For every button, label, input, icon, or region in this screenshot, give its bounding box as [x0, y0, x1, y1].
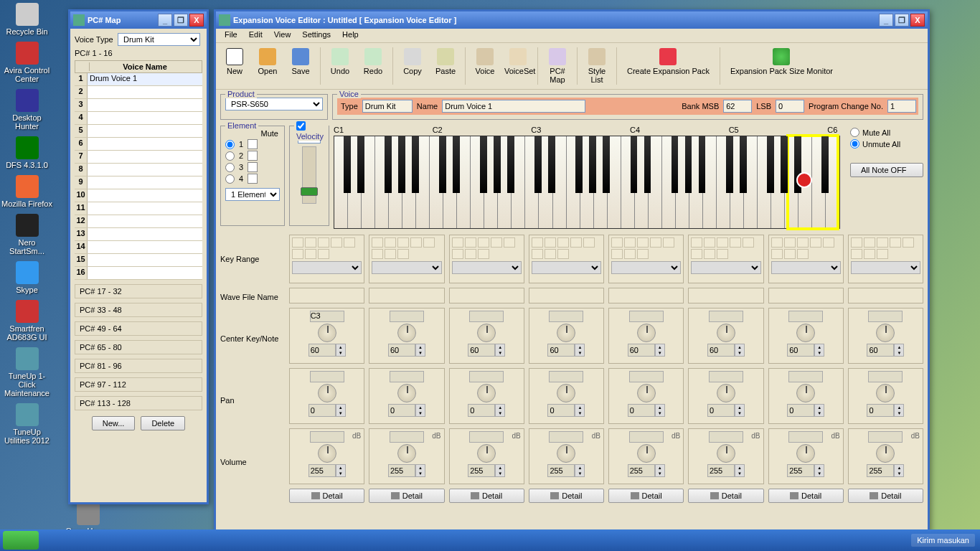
volume-value[interactable]	[549, 431, 583, 443]
kr-cell[interactable]	[545, 237, 556, 248]
pan-knob[interactable]	[318, 384, 336, 402]
element-radio[interactable]	[225, 163, 235, 172]
kr-cell[interactable]	[864, 237, 875, 248]
pc-row[interactable]: 10	[75, 189, 202, 202]
pan-value[interactable]	[310, 371, 344, 382]
spinner-arrows[interactable]: ▲▼	[495, 344, 505, 357]
volume-knob[interactable]	[876, 444, 895, 463]
toolbar-pcm[interactable]: PC# Map	[542, 46, 573, 86]
velocity-checkbox[interactable]	[296, 121, 306, 131]
desktop-icon[interactable]: TuneUp Utilities 2012	[0, 400, 54, 448]
mute-checkbox[interactable]	[248, 162, 258, 172]
pc-row[interactable]: 13	[75, 228, 202, 241]
maximize-button[interactable]: ❐	[174, 14, 188, 27]
kr-cell[interactable]	[465, 237, 476, 248]
black-key[interactable]	[480, 136, 487, 193]
black-key[interactable]	[357, 136, 364, 193]
kr-cell[interactable]	[851, 249, 862, 259]
pan-value[interactable]	[629, 371, 664, 382]
detail-button[interactable]: Detail	[529, 489, 604, 503]
kr-cell[interactable]	[704, 237, 715, 248]
mute-checkbox[interactable]	[248, 151, 258, 161]
spinner-arrows[interactable]: ▲▼	[814, 344, 824, 357]
wave-file-box[interactable]	[289, 288, 364, 303]
spinner-arrows[interactable]: ▲▼	[894, 404, 904, 417]
pc-row[interactable]: 7	[75, 151, 202, 164]
pc-row[interactable]: 2	[75, 86, 202, 99]
kr-cell[interactable]	[784, 249, 796, 259]
detail-button[interactable]: Detail	[369, 489, 444, 503]
volume-value[interactable]	[390, 431, 424, 443]
kr-cell[interactable]	[478, 249, 489, 259]
pc-group[interactable]: PC# 81 - 96	[75, 359, 202, 373]
editor-titlebar[interactable]: Expansion Voice Editor : Untitled [ Expa…	[216, 11, 928, 29]
desktop-icon[interactable]: Smartfren AD683G UI	[0, 297, 54, 344]
element-radio[interactable]	[225, 174, 235, 184]
kr-cell[interactable]	[465, 249, 476, 259]
element-select[interactable]: 1 Element	[225, 188, 280, 201]
pc-row[interactable]: 14	[75, 241, 202, 254]
start-button[interactable]	[3, 531, 39, 550]
toolbar-save[interactable]: Save	[285, 46, 316, 86]
center-key-value[interactable]: C3	[310, 311, 344, 322]
minimize-button[interactable]: _	[158, 14, 172, 27]
black-key[interactable]	[767, 136, 774, 193]
desktop-icon[interactable]: Mozilla Firefox	[0, 172, 54, 211]
key-range-select[interactable]	[532, 261, 601, 274]
center-key-spin[interactable]	[388, 344, 415, 357]
wave-file-box[interactable]	[608, 288, 684, 303]
volume-value[interactable]	[469, 431, 504, 443]
key-range-select[interactable]	[372, 261, 441, 274]
spinner-arrows[interactable]: ▲▼	[575, 464, 585, 477]
pan-spin[interactable]	[787, 404, 814, 417]
all-note-off-button[interactable]: All Note OFF	[850, 163, 923, 177]
toolbar-sl[interactable]: Style List	[581, 46, 613, 86]
desktop-icon[interactable]: Desktop Hunter	[0, 86, 54, 133]
kr-cell[interactable]	[637, 249, 649, 259]
toolbar-open[interactable]: Open	[252, 46, 283, 86]
volume-value[interactable]	[629, 431, 664, 443]
volume-knob[interactable]	[717, 444, 735, 463]
center-key-knob[interactable]	[397, 324, 416, 342]
center-key-value[interactable]	[469, 311, 504, 322]
pan-value[interactable]	[469, 371, 504, 382]
stop-icon[interactable]	[796, 172, 812, 188]
desktop-icon[interactable]: Nero StartSm...	[0, 211, 54, 258]
volume-spin[interactable]	[707, 464, 735, 477]
kr-cell[interactable]	[397, 249, 409, 259]
mute-checkbox[interactable]	[248, 174, 258, 184]
center-key-knob[interactable]	[637, 324, 656, 342]
kr-cell[interactable]	[570, 237, 582, 248]
spinner-arrows[interactable]: ▲▼	[336, 404, 346, 417]
detail-button[interactable]: Detail	[848, 489, 923, 503]
key-range-select[interactable]	[851, 261, 920, 274]
kr-cell[interactable]	[851, 237, 862, 248]
pan-spin[interactable]	[388, 404, 415, 417]
detail-button[interactable]: Detail	[449, 489, 524, 503]
type-input[interactable]	[362, 100, 413, 113]
center-key-value[interactable]	[709, 311, 743, 322]
volume-value[interactable]	[709, 431, 743, 443]
spinner-arrows[interactable]: ▲▼	[415, 344, 425, 357]
pc-row[interactable]: 15	[75, 254, 202, 267]
volume-spin[interactable]	[547, 464, 575, 477]
pan-spin[interactable]	[468, 404, 495, 417]
kr-cell[interactable]	[397, 237, 409, 248]
kr-cell[interactable]	[372, 237, 383, 248]
volume-spin[interactable]	[388, 464, 415, 477]
spinner-arrows[interactable]: ▲▼	[495, 464, 505, 477]
toolbar-redo[interactable]: Redo	[357, 46, 389, 86]
spinner-arrows[interactable]: ▲▼	[655, 464, 665, 477]
pcmap-titlebar[interactable]: PC# Map _ ❐ X	[70, 11, 207, 29]
pc-row[interactable]: 11	[75, 202, 202, 215]
pc-row[interactable]: 16	[75, 267, 202, 280]
volume-value[interactable]	[788, 431, 823, 443]
black-key[interactable]	[603, 136, 610, 193]
kr-cell[interactable]	[691, 249, 702, 259]
kr-cell[interactable]	[771, 237, 783, 248]
kr-cell[interactable]	[318, 249, 329, 259]
kr-cell[interactable]	[545, 249, 556, 259]
center-key-spin[interactable]	[707, 344, 735, 357]
toolbar-copy[interactable]: Copy	[397, 46, 428, 86]
spinner-arrows[interactable]: ▲▼	[336, 464, 346, 477]
